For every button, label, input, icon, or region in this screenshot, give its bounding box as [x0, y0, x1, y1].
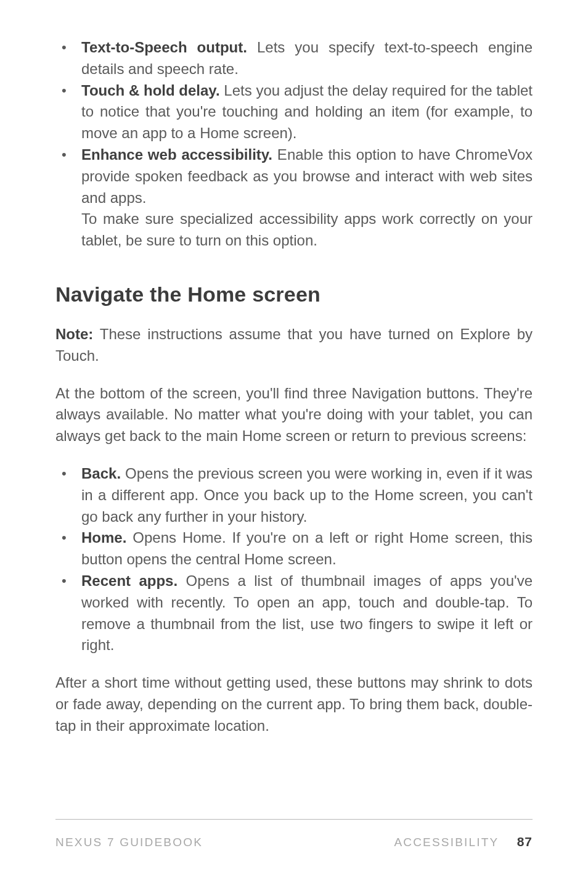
- list-item: Back. Opens the previous screen you were…: [55, 463, 533, 527]
- document-page: Text-to-Speech output. Lets you specify …: [0, 0, 588, 885]
- section-heading: Navigate the Home screen: [55, 282, 533, 307]
- note-paragraph: Note: These instructions assume that you…: [55, 324, 533, 367]
- footer-divider: [55, 819, 533, 820]
- note-text: These instructions assume that you have …: [55, 326, 533, 364]
- list-item: Touch & hold delay. Lets you adjust the …: [55, 80, 533, 144]
- top-feature-list: Text-to-Speech output. Lets you specify …: [55, 37, 533, 252]
- nav-button-title: Recent apps.: [81, 572, 178, 589]
- footer-row: NEXUS 7 GUIDEBOOK ACCESSIBILITY 87: [55, 834, 533, 849]
- list-item: Recent apps. Opens a list of thumbnail i…: [55, 570, 533, 656]
- footer-book-title: NEXUS 7 GUIDEBOOK: [55, 836, 203, 849]
- nav-button-title: Back.: [81, 465, 121, 482]
- nav-button-text: Opens the previous screen you were worki…: [81, 465, 533, 525]
- intro-paragraph: At the bottom of the screen, you'll find…: [55, 383, 533, 447]
- list-item: Enhance web accessibility. Enable this o…: [55, 144, 533, 252]
- list-item: Home. Opens Home. If you're on a left or…: [55, 527, 533, 570]
- note-label: Note:: [55, 326, 93, 342]
- feature-title: Text-to-Speech output.: [81, 39, 247, 56]
- footer-right: ACCESSIBILITY 87: [394, 834, 533, 849]
- nav-button-title: Home.: [81, 529, 126, 546]
- nav-button-text: Opens Home. If you're on a left or right…: [81, 529, 533, 567]
- footer-page-number: 87: [517, 834, 533, 849]
- page-footer: NEXUS 7 GUIDEBOOK ACCESSIBILITY 87: [55, 819, 533, 849]
- list-item: Text-to-Speech output. Lets you specify …: [55, 37, 533, 80]
- feature-title: Touch & hold delay.: [81, 82, 220, 99]
- feature-title: Enhance web accessibility.: [81, 146, 272, 163]
- footer-section-name: ACCESSIBILITY: [394, 836, 499, 849]
- feature-extra-text: To make sure specialized accessibility a…: [81, 208, 533, 252]
- outro-paragraph: After a short time without getting used,…: [55, 672, 533, 736]
- nav-button-list: Back. Opens the previous screen you were…: [55, 463, 533, 656]
